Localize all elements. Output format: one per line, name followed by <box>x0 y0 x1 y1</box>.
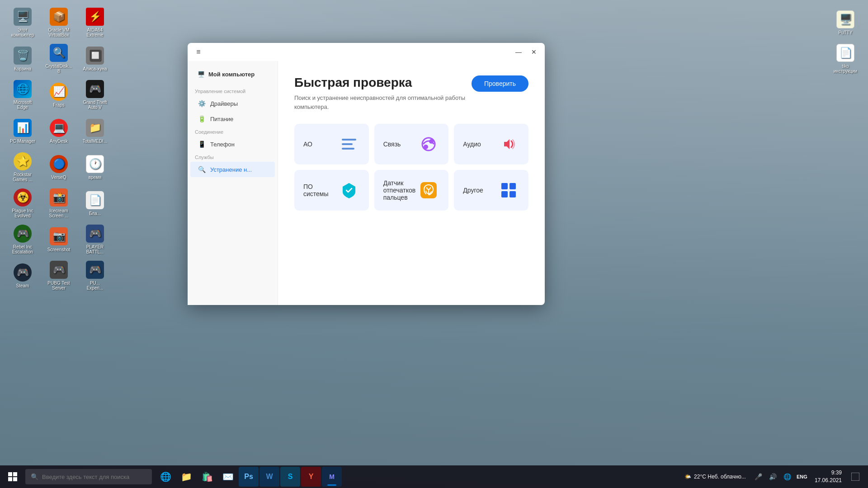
desktop-icon-recycle[interactable]: 🗑️ Корзина <box>5 41 41 77</box>
sidebar-section-connection: Соединение <box>188 127 278 136</box>
desktop-icon-player[interactable]: 🎮 PLAYERBATTL... <box>77 221 113 258</box>
card-system[interactable]: ПО системы <box>294 170 369 211</box>
sidebar-drivers[interactable]: ⚙️ Драйверы <box>190 96 275 111</box>
taskbar-app-word[interactable]: W <box>259 467 279 487</box>
desktop-icon-icecream[interactable]: 📸 IcecreamScreen ... <box>41 185 77 221</box>
diagnostic-cards-grid: АО Связь <box>294 124 528 211</box>
desktop-icon-tiko[interactable]: 📄 tikoинструкции <box>827 41 863 77</box>
desktop-icon-fraps[interactable]: 📈 Fraps <box>41 77 77 113</box>
card-fingerprint-label: Датчик отпечатков пальцев <box>383 179 418 201</box>
taskbar-search-icon: 🔍 <box>31 473 38 480</box>
dialog-title-block: Быстрая проверка Поиск и устранение неис… <box>294 75 472 111</box>
minimize-button[interactable]: — <box>511 46 526 58</box>
sidebar-phone[interactable]: 📱 Телефон <box>190 136 275 152</box>
desktop-icon-pubgtest[interactable]: 🎮 PUBG TestServer <box>41 258 77 294</box>
svg-rect-1 <box>342 143 353 145</box>
desktop-icon-pcmanager[interactable]: 📊 PC Manager <box>5 113 41 149</box>
weather-icon: 🌤️ <box>684 474 691 480</box>
taskbar-search-input[interactable] <box>42 474 146 480</box>
tray-lang[interactable]: ENG <box>796 470 808 483</box>
taskbar-app-ps[interactable]: Ps <box>239 467 259 487</box>
svg-rect-9 <box>501 191 508 197</box>
card-ao[interactable]: АО <box>294 124 369 164</box>
svg-point-3 <box>422 138 435 150</box>
card-fingerprint[interactable]: Датчик отпечатков пальцев <box>374 170 449 211</box>
desktop-icon-putty[interactable]: 🖥️ PuTTY <box>827 5 863 41</box>
card-other-label: Другое <box>463 187 483 194</box>
dialog-title: Быстрая проверка <box>294 75 472 90</box>
card-connection[interactable]: Связь <box>374 124 449 164</box>
desktop-icon-gta[interactable]: 🎮 Grand TheftAuto V <box>77 77 113 113</box>
dialog-body: 🖥️ Мой компьютер Управление системой ⚙️ … <box>188 61 545 305</box>
card-other-icon <box>498 179 519 201</box>
svg-rect-11 <box>8 472 12 476</box>
desktop-icon-edge[interactable]: 🌐 MicrosoftEdge <box>5 77 41 113</box>
check-button[interactable]: Проверить <box>472 75 528 92</box>
svg-rect-7 <box>501 183 508 189</box>
taskbar-app-mail[interactable]: ✉️ <box>218 467 238 487</box>
dialog-main: Быстрая проверка Поиск и устранение неис… <box>278 61 545 305</box>
desktop: 🖥️ Этоткомпьютер 🗑️ Корзина 🌐 MicrosoftE… <box>0 0 868 488</box>
card-ao-label: АО <box>303 141 312 148</box>
card-audio[interactable]: Аудио <box>454 124 528 164</box>
lang-badge: ENG <box>797 474 807 479</box>
desktop-icon-my-computer[interactable]: 🖥️ Этоткомпьютер <box>5 5 41 41</box>
tray-mic[interactable]: 🎤 <box>752 470 765 483</box>
desktop-icon-anydesk[interactable]: 💻 AnyDesk <box>41 113 77 149</box>
desktop-icon-totalmed[interactable]: 📁 TotalMEDI... <box>77 113 113 149</box>
dialog-window: ≡ — ✕ 🖥️ Мой компьютер Управление систем… <box>188 43 545 305</box>
taskbar-app-skype[interactable]: S <box>280 467 300 487</box>
card-connection-icon <box>418 133 439 155</box>
weather-text: 22°C Неб. облачно... <box>694 474 746 480</box>
drivers-icon: ⚙️ <box>198 100 206 107</box>
sidebar-my-computer[interactable]: 🖥️ Мой компьютер <box>190 66 275 82</box>
desktop-icon-aida[interactable]: ⚡ AIDA64Extreme <box>77 5 113 41</box>
search-icon: 🔍 <box>198 166 206 173</box>
desktop-icon-oracle[interactable]: 📦 Oracle VMVirtualBox <box>41 5 77 41</box>
desktop-icon-screenshot[interactable]: 📷 Screenshot <box>41 221 77 258</box>
card-ao-icon <box>338 133 360 155</box>
sidebar-troubleshoot-label: Устранение н... <box>210 166 252 173</box>
taskbar-apps: 🌐 📁 🛍️ ✉️ Ps W S Y M <box>154 467 675 487</box>
dialog-subtitle: Поиск и устранение неисправностей для оп… <box>294 94 472 111</box>
dialog-sidebar: 🖥️ Мой компьютер Управление системой ⚙️ … <box>188 61 278 305</box>
taskbar-search-box[interactable]: 🔍 <box>25 469 152 484</box>
desktop-icon-blank[interactable]: 📄 Бла... <box>77 185 113 221</box>
sidebar-troubleshoot[interactable]: 🔍 Устранение н... <box>190 162 275 177</box>
tray-system-icons: 🎤 🔊 🌐 ENG <box>752 470 808 483</box>
taskbar-app-intellij[interactable]: M <box>322 467 342 487</box>
svg-rect-2 <box>342 148 354 150</box>
tray-weather[interactable]: 🌤️ 22°C Неб. облачно... <box>681 474 750 480</box>
desktop-icon-pubgexp[interactable]: 🎮 PU...Experi... <box>77 258 113 294</box>
taskbar-app-explorer[interactable]: 📁 <box>176 467 196 487</box>
tray-network[interactable]: 🌐 <box>781 470 794 483</box>
close-button[interactable]: ✕ <box>527 46 541 58</box>
tray-notification[interactable] <box>848 469 863 484</box>
desktop-icons-col3: ⚡ AIDA64Extreme 🔲 Алиса-хуна 🎮 Grand The… <box>72 0 190 465</box>
desktop-icon-crystal[interactable]: 🔍 CrystalDisk...8 <box>41 41 77 77</box>
taskbar-app-edge[interactable]: 🌐 <box>156 467 175 487</box>
menu-icon[interactable]: ≡ <box>191 46 206 58</box>
card-other[interactable]: Другое <box>454 170 528 211</box>
tray-volume[interactable]: 🔊 <box>767 470 779 483</box>
svg-point-5 <box>424 145 428 149</box>
svg-rect-15 <box>851 473 859 481</box>
svg-point-4 <box>429 139 434 144</box>
sidebar-power[interactable]: 🔋 Питание <box>190 111 275 127</box>
desktop-icon-steam[interactable]: 🎮 Steam <box>5 258 41 294</box>
desktop-icon-rockstar[interactable]: ⭐ RockstarGames ... <box>5 149 41 185</box>
desktop-icon-plague[interactable]: ☣️ Plague IncEvolved <box>5 185 41 221</box>
tray-datetime[interactable]: 9:39 17.06.2021 <box>811 469 845 484</box>
card-audio-icon <box>498 133 519 155</box>
taskbar-app-yandex[interactable]: Y <box>301 467 321 487</box>
taskbar-app-store[interactable]: 🛍️ <box>197 467 217 487</box>
phone-icon: 📱 <box>198 141 206 148</box>
desktop-icon-verseq[interactable]: 🔵 VerseQ <box>41 149 77 185</box>
card-system-label: ПО системы <box>303 183 338 197</box>
start-button[interactable] <box>2 466 24 488</box>
desktop-icon-rebel[interactable]: 🎮 Rebel IncEscalation <box>5 221 41 258</box>
desktop-icon-time[interactable]: 🕐 время <box>77 149 113 185</box>
desktop-icon-alisa[interactable]: 🔲 Алиса-хуна <box>77 41 113 77</box>
sidebar-section-management: Управление системой <box>188 86 278 96</box>
sidebar-my-computer-label: Мой компьютер <box>208 71 255 78</box>
